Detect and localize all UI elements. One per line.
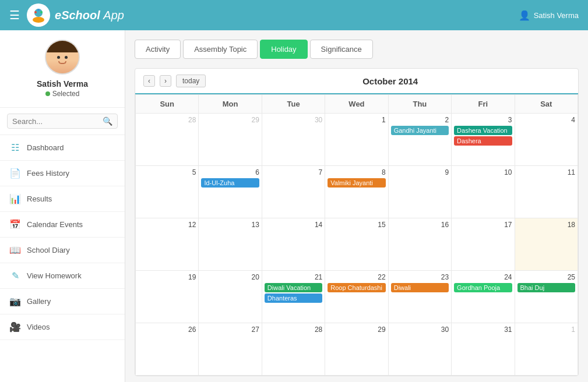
avatar-face	[46, 40, 79, 75]
sidebar-item-label: Gallery	[27, 297, 51, 306]
cal-day: 3 Dashera Vacation Dashera	[452, 114, 515, 166]
search-icon: 🔍	[103, 116, 112, 126]
event-bhai-duj[interactable]: Bhai Duj	[517, 283, 575, 292]
cal-day: 2 Gandhi Jayanti	[388, 114, 451, 166]
logo-text: eSchool App	[55, 9, 124, 22]
cal-day: 29	[325, 323, 388, 376]
profile-name: Satish Verma	[37, 79, 88, 89]
event-dashera[interactable]: Dashera	[454, 136, 512, 146]
cal-day: 14	[262, 218, 325, 271]
sidebar-item-label: Calendar Events	[27, 220, 83, 229]
calendar-icon: 📅	[9, 219, 21, 230]
avatar	[45, 40, 80, 75]
topbar-left: ☰ eSchool App	[9, 3, 124, 27]
sidebar-item-label: View Homework	[27, 271, 82, 280]
sidebar: Satish Verma Selected 🔍 ☷ Dashboard 📄 Fe…	[0, 30, 125, 382]
logo: eSchool App	[27, 3, 124, 27]
event-valmiki-jayanti[interactable]: Valmiki Jayanti	[328, 178, 385, 188]
tab-holiday[interactable]: Holiday	[260, 40, 307, 59]
cal-day: 21 Diwali Vacation Dhanteras	[262, 271, 325, 323]
tab-assembly-topic[interactable]: Assembly Topic	[183, 40, 258, 59]
sidebar-item-fees-history[interactable]: 📄 Fees History	[0, 161, 125, 186]
sidebar-item-gallery[interactable]: 📷 Gallery	[0, 289, 125, 314]
topbar: ☰ eSchool App 👤 Satish Verma	[0, 0, 588, 30]
sidebar-item-calendar-events[interactable]: 📅 Calendar Events	[0, 212, 125, 238]
prev-month-button[interactable]: ‹	[143, 75, 155, 87]
logo-svg	[30, 7, 47, 23]
search-input-wrap[interactable]: 🔍	[7, 114, 118, 129]
cal-day: 17	[452, 218, 515, 271]
results-icon: 📊	[9, 193, 21, 204]
sidebar-item-school-diary[interactable]: 📖 School Diary	[0, 238, 125, 263]
cal-day: 8 Valmiki Jayanti	[325, 166, 388, 218]
sidebar-item-label: Results	[27, 194, 52, 203]
cal-day: 15	[325, 218, 388, 271]
next-month-button[interactable]: ›	[160, 75, 171, 87]
cal-day: 6 Id-Ul-Zuha	[199, 166, 262, 218]
day-header-mon: Mon	[199, 95, 262, 114]
event-dhanteras[interactable]: Dhanteras	[265, 293, 322, 303]
status-label: Selected	[52, 90, 80, 98]
calendar-body: 28 29 30 1 2 Gandhi Jayanti 3 Dashera Va…	[136, 114, 578, 376]
cal-day: 19	[136, 271, 199, 323]
event-diwali-vacation[interactable]: Diwali Vacation	[265, 283, 322, 292]
today-button[interactable]: today	[176, 75, 206, 87]
cal-day: 27	[199, 323, 262, 376]
sidebar-item-label: Videos	[27, 323, 50, 331]
user-avatar-icon: 👤	[519, 10, 530, 21]
videos-icon: 🎥	[9, 321, 21, 333]
search-input[interactable]	[12, 117, 103, 126]
avatar-eye-left	[57, 56, 60, 59]
calendar-grid: Sun Mon Tue Wed Thu Fri Sat 28 29 30	[135, 94, 578, 376]
cal-day: 23 Diwali	[388, 271, 451, 323]
fees-icon: 📄	[9, 168, 21, 179]
calendar-header-row: Sun Mon Tue Wed Thu Fri Sat	[136, 95, 578, 114]
calendar-week-1: 28 29 30 1 2 Gandhi Jayanti 3 Dashera Va…	[136, 114, 578, 166]
sidebar-profile: Satish Verma Selected	[0, 30, 125, 108]
tab-significance[interactable]: Significance	[310, 40, 373, 59]
avatar-mouth	[58, 61, 66, 64]
svg-point-2	[34, 11, 37, 13]
hamburger-menu[interactable]: ☰	[9, 8, 20, 22]
logo-icon	[27, 3, 50, 27]
day-header-tue: Tue	[262, 95, 325, 114]
profile-status: Selected	[45, 90, 80, 98]
cal-day: 30	[388, 323, 451, 376]
cal-day: 1	[515, 323, 578, 376]
cal-day: 30	[262, 114, 325, 166]
sidebar-item-results[interactable]: 📊 Results	[0, 186, 125, 212]
event-roop-chaturdashi[interactable]: Roop Chaturdashi	[328, 283, 385, 292]
cal-day: 24 Gordhan Pooja	[452, 271, 515, 323]
avatar-ear-left	[45, 52, 50, 61]
cal-day: 26	[136, 323, 199, 376]
event-gordhan-pooja[interactable]: Gordhan Pooja	[454, 283, 512, 292]
event-gandhi-jayanti[interactable]: Gandhi Jayanti	[391, 126, 449, 135]
sidebar-item-dashboard[interactable]: ☷ Dashboard	[0, 135, 125, 161]
sidebar-item-label: Dashboard	[27, 143, 64, 152]
cal-day: 28	[136, 114, 199, 166]
tab-activity[interactable]: Activity	[135, 40, 181, 59]
event-id-ul-zuha[interactable]: Id-Ul-Zuha	[201, 178, 259, 188]
calendar-header: ‹ › today October 2014	[135, 69, 578, 94]
sidebar-item-view-homework[interactable]: ✎ View Homework	[0, 263, 125, 289]
cal-day: 10	[452, 166, 515, 218]
cal-day: 5	[136, 166, 199, 218]
tab-bar: Activity Assembly Topic Holiday Signific…	[135, 40, 579, 59]
calendar: ‹ › today October 2014 Sun Mon Tue Wed T…	[135, 68, 579, 376]
svg-point-4	[37, 9, 40, 11]
cal-day: 9	[388, 166, 451, 218]
event-dashera-vacation[interactable]: Dashera Vacation	[454, 126, 512, 135]
main-layout: Satish Verma Selected 🔍 ☷ Dashboard 📄 Fe…	[0, 30, 588, 382]
sidebar-item-label: Fees History	[27, 169, 69, 178]
day-header-fri: Fri	[452, 95, 515, 114]
cal-day: 11	[515, 166, 578, 218]
day-header-thu: Thu	[388, 95, 451, 114]
svg-point-1	[33, 17, 44, 23]
cal-day: 1	[325, 114, 388, 166]
content-area: Activity Assembly Topic Holiday Signific…	[125, 30, 588, 382]
cal-day: 31	[452, 323, 515, 376]
event-diwali[interactable]: Diwali	[391, 283, 449, 292]
avatar-eyes	[57, 56, 68, 59]
sidebar-item-videos[interactable]: 🎥 Videos	[0, 314, 125, 340]
calendar-week-5: 26 27 28 29 30 31 1	[136, 323, 578, 376]
